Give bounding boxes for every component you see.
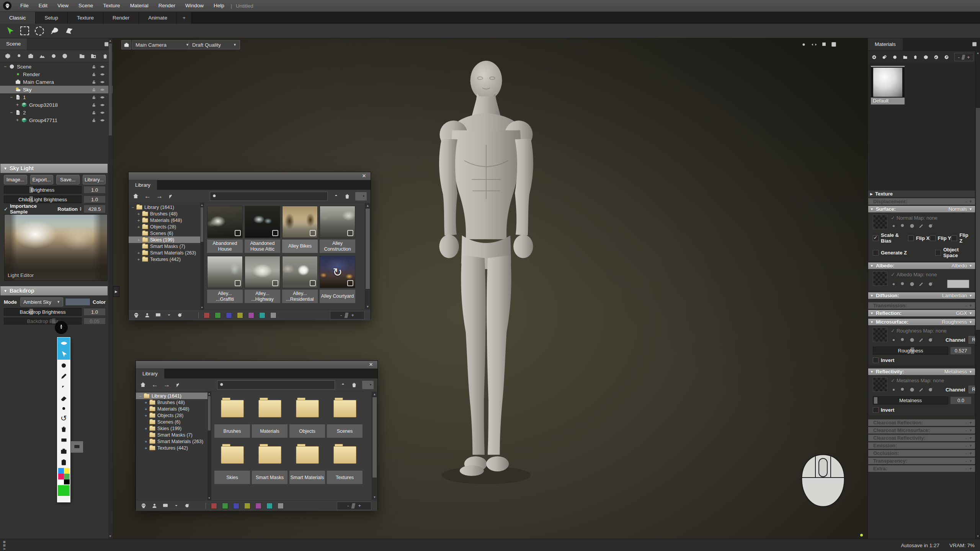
duplicate-material-icon[interactable]: [882, 54, 887, 60]
map-edit-icon[interactable]: [918, 337, 924, 343]
backdrop-mode-select[interactable]: Ambient Sky▼: [20, 297, 63, 306]
library-folder-item[interactable]: Smart Masks: [252, 441, 287, 484]
library-tree-row[interactable]: Scenes (6): [136, 419, 211, 425]
view-options-button[interactable]: ▼: [362, 381, 374, 389]
home-icon[interactable]: [140, 381, 146, 388]
tag-swatch-gray[interactable]: [270, 312, 276, 318]
roughness-value[interactable]: 0.527: [950, 347, 972, 355]
menu-item[interactable]: Scene: [74, 0, 98, 11]
tree-scrollbar[interactable]: ▲▼: [200, 203, 204, 310]
library-folder-item[interactable]: Brushes: [214, 395, 250, 438]
search-box[interactable]: [217, 380, 335, 390]
delete-icon[interactable]: [351, 382, 357, 388]
timer-tool[interactable]: [57, 360, 70, 371]
export-button[interactable]: Export...: [30, 175, 54, 184]
local-items-icon[interactable]: [155, 312, 161, 318]
forward-icon[interactable]: →: [156, 192, 163, 200]
big-folder-icon[interactable]: [333, 446, 356, 464]
lock-icon[interactable]: [91, 103, 96, 108]
add-environment-icon[interactable]: [39, 53, 45, 59]
item-thumbnail[interactable]: [207, 256, 243, 288]
big-folder-icon[interactable]: [333, 400, 356, 417]
child-light-brightness-value[interactable]: 1.0: [83, 196, 106, 203]
map-preview-sphere-icon[interactable]: [909, 223, 915, 229]
visibility-eye-icon[interactable]: [100, 64, 105, 69]
backdrop-color-swatch[interactable]: [65, 298, 90, 306]
library-folder-item[interactable]: Smart Materials: [289, 441, 325, 484]
forward-icon[interactable]: →: [163, 381, 170, 389]
workspace-tab[interactable]: Texture: [68, 12, 103, 24]
search-input[interactable]: [226, 381, 333, 388]
library-folder-item[interactable]: Scenes: [327, 395, 363, 438]
section-microsurface[interactable]: ▼Microsurface: Roughness▼: [868, 319, 975, 325]
lock-icon[interactable]: [91, 118, 96, 123]
visibility-eye-icon[interactable]: [100, 72, 105, 77]
crop-knife-tool[interactable]: [57, 371, 70, 382]
normal-map-thumbnail[interactable]: [873, 215, 887, 229]
search-box[interactable]: [210, 192, 328, 201]
list-view-icon[interactable]: [195, 503, 201, 509]
current-color-swatch[interactable]: [58, 485, 70, 496]
visibility-eye-icon[interactable]: [100, 110, 105, 115]
visibility-eye-icon[interactable]: [100, 118, 105, 123]
big-folder-icon[interactable]: [296, 400, 319, 417]
map-settings-gear-icon[interactable]: [891, 223, 897, 229]
child-light-brightness-slider[interactable]: Child-Light Brightness: [4, 196, 82, 203]
library-tree-row[interactable]: + Skies (199): [129, 236, 204, 243]
workspace-tab[interactable]: Setup: [36, 12, 68, 24]
lock-icon[interactable]: [91, 80, 96, 85]
item-checkbox[interactable]: [272, 230, 278, 236]
menu-item[interactable]: Window: [180, 0, 209, 11]
viewport-popout-icon[interactable]: [831, 41, 837, 47]
scene-tree-row[interactable]: − Scene: [0, 63, 113, 70]
item-checkbox[interactable]: [310, 230, 316, 236]
brightness-slider[interactable]: Brightness: [4, 186, 82, 194]
section-reflection[interactable]: ▼Reflection: GGX▼: [868, 310, 975, 316]
up-level-icon[interactable]: [175, 382, 181, 388]
library-folder-item[interactable]: Materials: [252, 395, 287, 438]
tag-swatch-blue[interactable]: [226, 312, 232, 318]
add-camera-icon[interactable]: [28, 53, 34, 59]
library-tree-row[interactable]: Scenes (6): [129, 230, 204, 236]
delete-node-icon[interactable]: [102, 53, 108, 59]
dot-brush-tool[interactable]: [57, 404, 70, 412]
menu-item[interactable]: View: [52, 0, 74, 11]
skull-filter-icon[interactable]: [133, 312, 139, 318]
add-material-icon[interactable]: [62, 53, 68, 59]
scene-tree-row[interactable]: + Group32018: [0, 101, 113, 109]
ellipse-select-tool[interactable]: [34, 26, 44, 36]
library-item[interactable]: Abandoned House: [207, 206, 243, 253]
flip-z-checkbox[interactable]: Flip Z: [951, 232, 972, 244]
item-thumbnail[interactable]: [245, 256, 280, 288]
add-primitive-icon[interactable]: [51, 53, 57, 59]
list-view-icon[interactable]: [188, 312, 193, 318]
materials-panel-scrollbar[interactable]: ▲▼: [975, 51, 980, 539]
light-editor-preview[interactable]: Light Editor: [4, 214, 108, 281]
tab-materials[interactable]: Materials: [868, 38, 903, 51]
big-folder-icon[interactable]: [258, 400, 281, 417]
library-item[interactable]: Alley Construction: [320, 206, 355, 253]
skull-filter-icon[interactable]: [140, 503, 147, 509]
object-space-checkbox[interactable]: Object Space: [935, 247, 972, 258]
library-tree-row[interactable]: − Library (1641): [129, 204, 204, 210]
window-title-bar[interactable]: ✕: [136, 361, 377, 369]
library-item[interactable]: ↻ Alley Courtyard: [320, 256, 355, 303]
camera-select[interactable]: Main Camera▼: [132, 40, 193, 49]
tree-scrollbar[interactable]: ▲▼: [207, 391, 211, 500]
add-material-icon[interactable]: [872, 54, 877, 60]
expander[interactable]: +: [16, 117, 21, 123]
library-tree-row[interactable]: + Skies (199): [136, 425, 211, 432]
panel-expand-icon[interactable]: [972, 41, 977, 47]
rect-select-tool[interactable]: [20, 26, 29, 36]
map-clear-icon[interactable]: [937, 223, 942, 229]
scene-tree-row[interactable]: Sky: [0, 86, 113, 93]
library-tree-row[interactable]: + Materials (648): [136, 406, 211, 412]
map-reload-icon[interactable]: [928, 281, 933, 287]
visibility-eye-icon[interactable]: [100, 80, 105, 85]
add-object-icon[interactable]: [5, 53, 11, 59]
metalness-value[interactable]: 0.0: [950, 396, 972, 404]
thumbnail-zoom-control[interactable]: -+: [330, 311, 364, 320]
tag-swatch-blue[interactable]: [233, 503, 239, 509]
menu-item[interactable]: Edit: [34, 0, 52, 11]
brightness-value[interactable]: 1.0: [83, 186, 106, 194]
